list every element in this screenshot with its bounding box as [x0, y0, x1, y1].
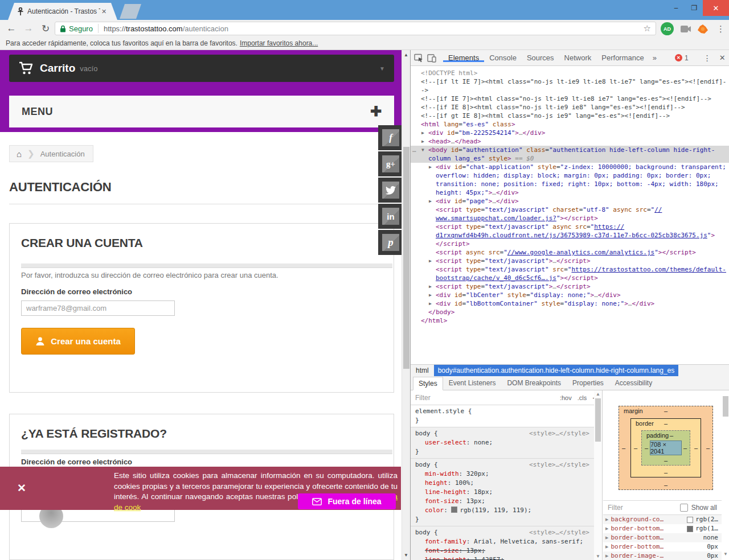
window-restore-button[interactable]: ❐ [686, 0, 703, 16]
expand-node-icon[interactable]: ▶ [421, 137, 424, 146]
dom-node-line[interactable]: ▶<head>…</head> [411, 137, 729, 146]
computed-property-row[interactable]: ▶background-co…rgb(2… [603, 515, 722, 524]
dom-node-line[interactable]: ▶<div id="chat-application" style="z-ind… [411, 163, 729, 171]
expand-property-icon[interactable]: ▶ [605, 524, 608, 533]
computed-properties-list[interactable]: ▶background-co…rgb(2…▶border-bottom…rgb(… [603, 515, 722, 560]
dom-node-line[interactable]: transition: none; position: fixed; right… [411, 180, 729, 188]
import-bookmarks-link[interactable]: Importar favoritos ahora... [240, 39, 318, 47]
padding-top-value[interactable]: – [670, 432, 673, 439]
devtools-close-icon[interactable]: ✕ [716, 53, 729, 62]
dom-node-line[interactable]: <script type="text/javascript" src="http… [411, 265, 729, 274]
avast-extension-icon[interactable] [696, 22, 709, 35]
google-plus-icon[interactable]: g+ [378, 151, 403, 176]
dom-node-line[interactable]: </html> [411, 316, 729, 325]
margin-right-value[interactable]: – [706, 444, 710, 451]
css-property[interactable]: min-width: 320px; [415, 470, 589, 479]
border-right-value[interactable]: – [694, 444, 698, 451]
margin-bottom-value[interactable]: – [664, 481, 667, 488]
devtools-menu-kebab-icon[interactable]: ⋮ [699, 53, 716, 63]
dom-node-line[interactable]: <script type="text/javascript" async src… [411, 223, 729, 231]
console-error-badge[interactable]: ✕ 1 [675, 54, 689, 62]
expand-node-icon[interactable]: ▶ [429, 257, 432, 265]
expand-node-icon[interactable]: ▶ [429, 163, 432, 171]
computed-property-row[interactable]: ▶border-bottom…rgb(1… [603, 524, 722, 533]
dom-node-line[interactable]: www.smartsuppchat.com/loader.js?"></scri… [411, 214, 729, 223]
expand-node-icon[interactable]: ▶ [429, 299, 432, 308]
linkedin-icon[interactable]: in [378, 204, 403, 229]
browser-menu-kebab-icon[interactable]: ⋮ [714, 22, 727, 35]
css-property[interactable]: line-height: 1.42857; [415, 555, 589, 560]
dom-node-line[interactable]: <!--[if IE 8]><html class="no-js lt-ie9 … [411, 103, 729, 112]
expand-node-icon[interactable]: ▶ [421, 129, 424, 137]
devtools-tab-console[interactable]: Console [484, 53, 522, 62]
dom-node-line[interactable]: <!--[if IE 7]><html class="no-js lt-ie9 … [411, 94, 729, 103]
margin-top-value[interactable]: – [664, 407, 667, 414]
browser-tab[interactable]: Autenticación - Trastos Ta ✕ [8, 3, 117, 20]
create-account-button[interactable]: Crear una cuenta [21, 328, 135, 355]
breadcrumb-html[interactable]: html [411, 367, 434, 374]
pinterest-icon[interactable]: p [378, 230, 403, 255]
border-top-value[interactable]: – [664, 420, 667, 427]
breadcrumb-selected-body[interactable]: body#authentication.authentication.hide-… [434, 365, 679, 377]
tab-close-icon[interactable]: ✕ [101, 8, 107, 15]
scrollbar-thumb[interactable] [595, 398, 601, 442]
back-icon[interactable]: ← [5, 22, 18, 35]
css-property[interactable]: color: rgb(119, 119, 119); [415, 506, 589, 515]
sidebar-tab-properties[interactable]: Properties [567, 376, 609, 390]
dom-node-line[interactable]: ▶<div id="lbBottomContainer" style="disp… [411, 299, 729, 308]
selected-dom-node[interactable]: …▼<body id="authentication" class="authe… [411, 146, 729, 154]
border-left-value[interactable]: – [634, 444, 637, 451]
dom-node-line[interactable]: </body> [411, 308, 729, 316]
css-rules-list[interactable]: element.style {}body {<style>…</style>us… [411, 405, 594, 560]
color-swatch[interactable] [451, 507, 457, 513]
computed-scrollbar[interactable]: ▼ [722, 390, 729, 560]
computed-property-row[interactable]: ▶border-bottom…none [603, 533, 722, 542]
menu-accordion[interactable]: MENU ✚ [9, 96, 394, 127]
css-property[interactable]: line-height: 18px; [415, 488, 589, 497]
window-close-button[interactable]: ✕ [703, 0, 729, 16]
css-property[interactable]: height: 100%; [415, 479, 589, 488]
padding-left-value[interactable]: – [645, 444, 648, 451]
sidebar-tab-dom-breakpoints[interactable]: DOM Breakpoints [501, 376, 567, 390]
dom-node-line[interactable]: -> [411, 86, 729, 94]
show-all-checkbox[interactable] [680, 504, 688, 512]
expand-property-icon[interactable]: ▶ [605, 515, 608, 524]
devtools-tab-elements[interactable]: Elements [443, 53, 484, 62]
dom-node-line[interactable]: <!--[if lt IE 7]><html class="no-js lt-i… [411, 77, 729, 86]
facebook-icon[interactable]: f [378, 125, 403, 150]
inspect-element-icon[interactable] [414, 52, 424, 64]
padding-right-value[interactable]: – [683, 444, 687, 451]
dom-node-line[interactable]: <script async src="//www.google-analytic… [411, 248, 729, 257]
address-bar[interactable]: Seguro https:// trastostattoo.com /auten… [55, 22, 656, 35]
dom-node-line[interactable]: <script type="text/javascript" charset="… [411, 205, 729, 214]
dom-node-line[interactable]: overflow: hidden; display: block; margin… [411, 171, 729, 180]
dom-node-line[interactable]: ▶<script type="text/javascript">…</scrip… [411, 282, 729, 291]
sidebar-tab-styles[interactable]: Styles [413, 377, 443, 390]
stylesheet-link[interactable]: <style>…</style> [529, 528, 589, 537]
box-model-diagram[interactable]: margin – – – – border – – – – padding – … [619, 406, 713, 490]
dom-node-line[interactable]: height: 45px;">…</div> [411, 188, 729, 197]
css-property[interactable]: user-select: none; [415, 438, 589, 447]
sidebar-tab-accessibility[interactable]: Accessibility [609, 376, 658, 390]
expand-property-icon[interactable]: ▶ [605, 533, 608, 542]
reload-icon[interactable]: ↻ [39, 22, 52, 35]
scroll-down-icon[interactable]: ▼ [402, 553, 410, 558]
dom-node-line[interactable]: ▶<div id="page">…</div> [411, 197, 729, 205]
dom-node-line[interactable]: </script> [411, 240, 729, 248]
dom-node-line[interactable]: ▶<div id="bm-2225254214">…</div> [411, 129, 729, 137]
dom-node-line[interactable]: bootstrap/cache/v_40_d6c5cf6….js"></scri… [411, 274, 729, 282]
sidebar-tab-event-listeners[interactable]: Event Listeners [443, 376, 502, 390]
scroll-down-icon[interactable]: ▼ [722, 551, 729, 557]
dom-node-line[interactable]: d1rxqnwfd4b49h.cloudfront.net/js/3675398… [411, 231, 729, 240]
css-property[interactable]: font-size: 13px; [415, 546, 589, 555]
dom-node-line[interactable]: <!--[if gt IE 8]><html class="no-js ie9"… [411, 112, 729, 120]
stylesheet-link[interactable]: <style>…</style> [529, 460, 589, 470]
email-input[interactable] [21, 300, 175, 316]
scrollbar-thumb[interactable] [723, 396, 728, 417]
home-icon[interactable]: ⌂ [17, 149, 22, 159]
devtools-tab-network[interactable]: Network [559, 53, 597, 62]
toggle-class-button[interactable]: .cls [578, 394, 587, 401]
toggle-hover-state-button[interactable]: :hov [560, 394, 572, 401]
styles-filter-input[interactable]: Filter [415, 394, 431, 402]
new-tab-button[interactable] [120, 4, 141, 19]
